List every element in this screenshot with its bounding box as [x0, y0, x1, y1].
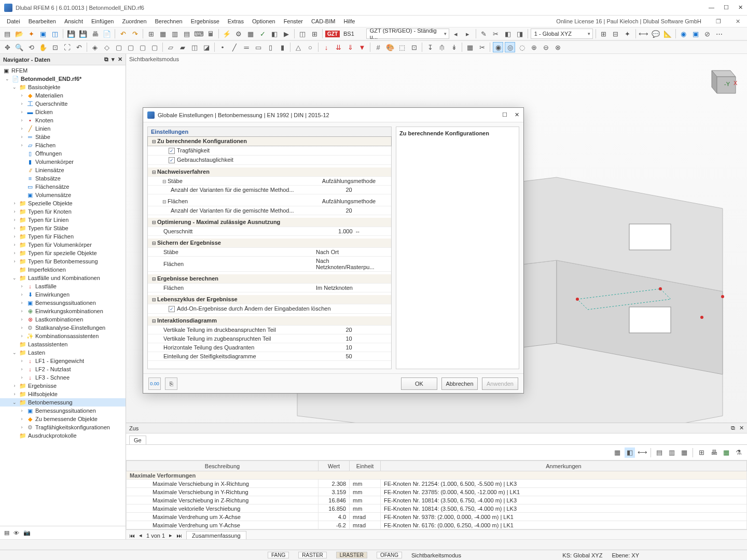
view-y-icon[interactable]: ▢ — [126, 42, 136, 52]
selectall-icon[interactable]: ⊡ — [409, 42, 419, 52]
results-nav-icon[interactable]: ▥ — [170, 29, 180, 39]
iso-icon[interactable]: ◈ — [90, 42, 100, 52]
lineload-icon[interactable]: ⇊ — [333, 42, 343, 52]
support-icon[interactable]: △ — [293, 42, 303, 52]
tbl-btn5-icon[interactable]: ▥ — [667, 447, 677, 458]
load-val-icon[interactable]: ↡ — [449, 42, 459, 52]
tbl-btn3-icon[interactable]: ⟷ — [637, 447, 647, 458]
nav-dd-icon[interactable]: ▾ — [112, 56, 115, 63]
nav-pin-icon[interactable]: ⧉ — [104, 56, 108, 63]
minimize-icon[interactable]: — — [709, 4, 714, 11]
move-icon[interactable]: ✥ — [2, 42, 12, 52]
calc-all-icon[interactable]: ⚡ — [222, 29, 232, 39]
mdi-restore-icon[interactable]: ❐ — [712, 17, 725, 26]
nav-tab-display-icon[interactable]: 👁 — [13, 530, 19, 536]
col-wert[interactable]: Wert — [319, 461, 350, 471]
persp-icon[interactable]: ◇ — [102, 42, 112, 52]
view-icon[interactable]: ◉ — [679, 29, 689, 39]
panel-icon[interactable]: ▤ — [182, 29, 192, 39]
results-table[interactable]: BeschreibungWertEinheitAnmerkungen Maxim… — [126, 460, 747, 529]
window-new-icon[interactable]: ◫ — [297, 29, 308, 39]
trans-icon[interactable]: ◫ — [189, 42, 200, 52]
more-icon[interactable]: ⋯ — [714, 29, 725, 39]
menu-berechnen[interactable]: Berechnen — [151, 17, 186, 25]
render-icon[interactable]: ◪ — [201, 42, 212, 52]
console-icon[interactable]: ⌨ — [193, 29, 204, 39]
hinge-icon[interactable]: ○ — [305, 42, 315, 52]
vis6-icon[interactable]: ⊗ — [552, 42, 563, 52]
calc-icon[interactable]: 🖩 — [205, 29, 216, 39]
mdi-close-icon[interactable]: ✕ — [732, 17, 744, 26]
menu-hilfe[interactable]: Hilfe — [340, 17, 358, 25]
menu-optionen[interactable]: Optionen — [248, 17, 279, 25]
next-lc-icon[interactable]: ▸ — [463, 29, 473, 39]
check-icon[interactable]: ✓ — [257, 29, 268, 39]
surface-icon[interactable]: ▭ — [253, 42, 264, 52]
ok-button[interactable]: OK — [401, 377, 437, 390]
nav-tab-views-icon[interactable]: 📷 — [23, 529, 31, 536]
navigator-tree[interactable]: ▣RFEM ⌄📄Betonmodell_END.rf6* ⌄📁Basisobje… — [0, 65, 126, 526]
node-icon[interactable]: • — [217, 42, 228, 52]
tbl-btn6-icon[interactable]: ▦ — [679, 447, 689, 458]
rotate-icon[interactable]: ⟲ — [26, 42, 36, 52]
snap-lraster[interactable]: LRASTER — [336, 552, 367, 558]
zoomwin-icon[interactable]: ⊡ — [50, 42, 60, 52]
checkbox-tragfaehigkeit[interactable]: ✓ — [169, 148, 175, 154]
snap-ofang[interactable]: OFANG — [377, 552, 402, 558]
tbl-filter-icon[interactable]: ⚗ — [734, 447, 744, 458]
wizard-icon[interactable]: ✦ — [26, 29, 36, 39]
dim-icon[interactable]: ⟷ — [639, 29, 649, 39]
block-icon[interactable]: ▣ — [38, 29, 48, 39]
menu-fenster[interactable]: Fenster — [280, 17, 307, 25]
vis4-icon[interactable]: ⊕ — [529, 42, 539, 52]
comment-icon[interactable]: 💬 — [651, 29, 661, 39]
menu-zuordnen[interactable]: Zuordnen — [118, 17, 150, 25]
dialog-close-icon[interactable]: ✕ — [515, 111, 519, 118]
nav-cube[interactable]: -YX — [701, 62, 739, 100]
tbl-btn4-icon[interactable]: ▤ — [654, 447, 665, 458]
menu-bearbeiten[interactable]: Bearbeiten — [25, 17, 60, 25]
pager-last-icon[interactable]: ⏭ — [176, 533, 182, 539]
grid-icon[interactable]: ⊞ — [599, 29, 609, 39]
tbl-export-icon[interactable]: ⊞ — [696, 447, 707, 458]
fe-mesh-icon[interactable]: ▦ — [245, 29, 256, 39]
solid-obj-icon[interactable]: ▮ — [277, 42, 287, 52]
pager-prev-icon[interactable]: ◂ — [139, 532, 142, 539]
vis3-icon[interactable]: ◌ — [517, 42, 527, 52]
snap-fang[interactable]: FANG — [268, 552, 289, 558]
num-icon[interactable]: # — [373, 42, 383, 52]
member-icon[interactable]: ═ — [241, 42, 252, 52]
nodeload-icon[interactable]: ↓ — [321, 42, 331, 52]
vis1-icon[interactable]: ◉ — [493, 42, 503, 52]
menu-ergebnisse[interactable]: Ergebnisse — [187, 17, 223, 25]
vis5-icon[interactable]: ⊖ — [541, 42, 551, 52]
menu-einfuegen[interactable]: Einfügen — [88, 17, 117, 25]
nav-close-icon[interactable]: ✕ — [118, 56, 122, 63]
zoom-icon[interactable]: 🔍 — [14, 42, 24, 52]
show-loads-icon[interactable]: ↧ — [425, 42, 435, 52]
col-anmerkungen[interactable]: Anmerkungen — [381, 461, 747, 471]
checkbox-gebrauchstauglichkeit[interactable]: ✓ — [169, 157, 175, 163]
clip-icon[interactable]: ✂ — [477, 42, 487, 52]
prev-lc-icon[interactable]: ◂ — [451, 29, 461, 39]
color-icon[interactable]: 🎨 — [385, 42, 395, 52]
open-icon[interactable]: 📂 — [14, 29, 24, 39]
select-icon[interactable]: ⬚ — [397, 42, 407, 52]
view-x-icon[interactable]: ▢ — [114, 42, 124, 52]
col-einheit[interactable]: Einheit — [350, 461, 381, 471]
dialog-max-icon[interactable]: ☐ — [502, 111, 507, 118]
redo-icon[interactable]: ↷ — [130, 29, 140, 39]
navigator-icon[interactable]: ⊞ — [146, 29, 156, 39]
filter2-icon[interactable]: ✂ — [491, 29, 501, 39]
tables-tab[interactable]: Ge — [129, 436, 146, 444]
show-results-icon[interactable]: ◧ — [269, 29, 280, 39]
menu-extras[interactable]: Extras — [224, 17, 247, 25]
pan-icon[interactable]: ✋ — [38, 42, 48, 52]
mesh-show-icon[interactable]: ▦ — [465, 42, 475, 52]
prevview-icon[interactable]: ↶ — [74, 42, 84, 52]
view-z-icon[interactable]: ▢ — [137, 42, 148, 52]
defaults-button[interactable]: ⎘ — [165, 377, 177, 390]
saveall-icon[interactable]: 💾 — [78, 29, 88, 39]
save-icon[interactable]: 💾 — [66, 29, 76, 39]
line-icon[interactable]: ╱ — [229, 42, 240, 52]
